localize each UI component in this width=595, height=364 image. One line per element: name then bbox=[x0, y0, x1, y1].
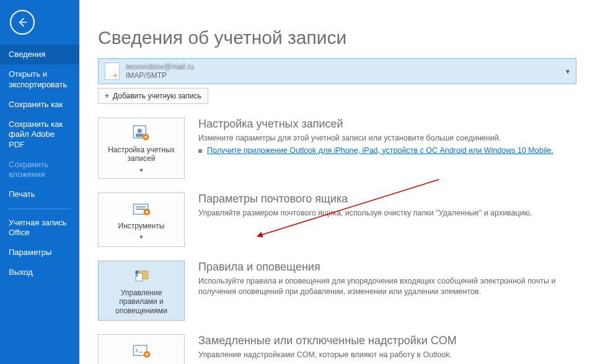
svg-rect-3 bbox=[136, 134, 144, 137]
svg-rect-8 bbox=[136, 209, 146, 210]
section-heading: Замедленные или отключенные надстройки C… bbox=[198, 334, 576, 347]
outlook-mobile-link[interactable]: Получите приложение Outlook для iPhone, … bbox=[207, 146, 553, 155]
section-com-addins: Управление надстройками COM Замедленные … bbox=[98, 334, 576, 364]
add-account-label: Добавить учетную запись bbox=[113, 92, 201, 100]
rules-alerts-icon bbox=[130, 266, 152, 285]
svg-point-0 bbox=[114, 74, 116, 76]
back-button[interactable] bbox=[10, 10, 35, 35]
nav-separator bbox=[9, 209, 71, 209]
tile-account-settings[interactable]: Настройка учетных записей ▼ bbox=[98, 118, 185, 179]
chevron-down-icon: ▼ bbox=[139, 167, 144, 173]
add-account-button[interactable]: + Добавить учетную запись bbox=[98, 88, 208, 104]
nav-save-attachments: Сохранить вложения bbox=[0, 155, 79, 185]
account-protocol: IMAP/SMTP bbox=[126, 71, 194, 80]
svg-point-17 bbox=[146, 353, 148, 355]
svg-rect-14 bbox=[136, 273, 138, 276]
tile-com-addins[interactable]: Управление надстройками COM bbox=[98, 334, 185, 364]
nav-print[interactable]: Печать bbox=[0, 184, 79, 204]
nav-info[interactable]: Сведения bbox=[0, 45, 79, 64]
svg-point-10 bbox=[146, 210, 148, 213]
account-settings-icon bbox=[130, 123, 152, 142]
section-body: Измените параметры для этой учетной запи… bbox=[198, 133, 576, 144]
main-panel: Сведения об учетной записи leovorobiov@m… bbox=[79, 0, 595, 364]
tools-icon bbox=[130, 199, 152, 218]
tile-label: Управление правилами и оповещениями bbox=[102, 288, 180, 315]
section-account-settings: Настройка учетных записей ▼ Настройка уч… bbox=[98, 118, 576, 179]
section-rules-alerts: Управление правилами и оповещениями Прав… bbox=[98, 261, 576, 321]
tile-rules-alerts[interactable]: Управление правилами и оповещениями bbox=[98, 261, 185, 321]
nav-options[interactable]: Параметры bbox=[0, 243, 79, 262]
tile-label: Настройка учетных записей bbox=[102, 145, 180, 163]
svg-point-2 bbox=[138, 129, 142, 133]
section-body: Управляйте размером почтового ящика, исп… bbox=[198, 208, 576, 219]
svg-rect-7 bbox=[136, 206, 146, 207]
tile-label: Инструменты bbox=[118, 222, 165, 230]
section-mailbox-settings: Инструменты ▼ Параметры почтового ящика … bbox=[98, 193, 576, 247]
mailbox-icon bbox=[105, 63, 120, 80]
arrow-left-icon bbox=[16, 16, 29, 28]
nav-save-as[interactable]: Сохранить как bbox=[0, 95, 79, 115]
section-heading: Параметры почтового ящика bbox=[198, 193, 576, 206]
nav-exit[interactable]: Выход bbox=[0, 262, 79, 282]
svg-point-5 bbox=[144, 136, 147, 138]
nav-open-export[interactable]: Открыть и экспортировать bbox=[0, 64, 79, 95]
chevron-down-icon: ▼ bbox=[139, 234, 144, 240]
account-selector[interactable]: leovorobiov@mail.ru IMAP/SMTP ▼ bbox=[98, 58, 576, 84]
chevron-down-icon: ▼ bbox=[565, 68, 571, 75]
backstage-sidebar: Сведения Открыть и экспортировать Сохран… bbox=[0, 0, 79, 364]
bullet-icon bbox=[198, 149, 202, 153]
com-addins-icon bbox=[130, 342, 152, 360]
section-body: Управление надстройками COM, которые вли… bbox=[198, 350, 576, 360]
section-heading: Правила и оповещения bbox=[198, 261, 576, 274]
plus-icon: + bbox=[105, 92, 109, 100]
nav-save-adobe-pdf[interactable]: Сохранить как файл Adobe PDF bbox=[0, 115, 79, 155]
account-email: leovorobiov@mail.ru bbox=[126, 63, 194, 71]
nav-office-account[interactable]: Учетная запись Office bbox=[0, 213, 79, 243]
tile-tools[interactable]: Инструменты ▼ bbox=[98, 193, 185, 247]
section-body: Используйте правила и оповещения для упо… bbox=[198, 276, 576, 297]
page-title: Сведения об учетной записи bbox=[98, 27, 576, 48]
section-heading: Настройка учетных записей bbox=[198, 118, 576, 131]
